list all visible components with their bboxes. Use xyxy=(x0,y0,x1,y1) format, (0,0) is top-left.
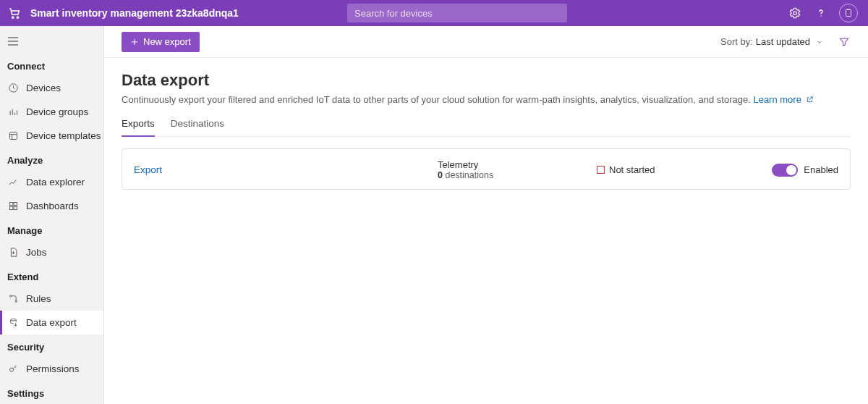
status-text: Not started xyxy=(609,164,655,175)
nav-section-manage: Manage xyxy=(0,218,103,240)
cart-icon xyxy=(6,4,23,22)
page-plus-icon xyxy=(7,247,19,258)
search-wrap xyxy=(347,4,567,22)
app-title: Smart inventory management 23zka8dnqa1 xyxy=(30,7,239,19)
template-icon xyxy=(7,130,19,142)
app-header: Smart inventory management 23zka8dnqa1 xyxy=(0,0,868,26)
nav-section-security: Security xyxy=(0,334,103,357)
svg-rect-9 xyxy=(9,132,17,140)
tab-exports[interactable]: Exports xyxy=(122,118,155,136)
filter-icon[interactable] xyxy=(838,35,851,49)
nav-label: Rules xyxy=(26,293,51,304)
flow-icon xyxy=(7,293,19,305)
svg-rect-12 xyxy=(9,206,12,209)
export-name-link[interactable]: Export xyxy=(134,164,438,175)
nav-label: Device templates xyxy=(26,130,101,141)
page-desc-text: Continuously export your filtered and en… xyxy=(122,94,751,105)
nav-item-data-export[interactable]: Data export xyxy=(0,311,103,334)
dest-number: 0 xyxy=(438,170,443,180)
tab-label: Exports xyxy=(122,118,155,129)
nav-label: Jobs xyxy=(26,247,47,258)
svg-point-3 xyxy=(820,15,821,16)
nav-label: Device groups xyxy=(26,106,88,117)
destinations-count: 0 destinations xyxy=(438,170,597,180)
nav-item-device-groups[interactable]: Device groups xyxy=(0,100,103,124)
page-title: Data export xyxy=(122,71,851,90)
export-toggle-wrap: Enabled xyxy=(737,164,838,177)
nav-item-jobs[interactable]: Jobs xyxy=(0,240,103,264)
header-right xyxy=(787,4,862,22)
key-icon xyxy=(7,363,19,375)
svg-rect-4 xyxy=(846,9,851,16)
chevron-down-icon xyxy=(816,38,823,46)
nav-item-data-explorer[interactable]: Data explorer xyxy=(0,170,103,194)
collapse-row xyxy=(0,29,103,54)
sort-by-button[interactable]: Sort by: Last updated xyxy=(720,36,823,47)
learn-more-label: Learn more xyxy=(753,94,801,105)
telemetry-label: Telemetry xyxy=(438,159,597,170)
nav-section-analyze: Analyze xyxy=(0,148,103,170)
nav-label: Permissions xyxy=(26,363,80,374)
nav-label: Data explorer xyxy=(26,177,85,188)
search-input[interactable] xyxy=(347,4,567,22)
dest-suffix: destinations xyxy=(443,170,493,180)
bars-icon xyxy=(7,106,19,118)
settings-icon[interactable] xyxy=(787,5,803,21)
svg-point-14 xyxy=(9,295,12,298)
nav-item-device-templates[interactable]: Device templates xyxy=(0,124,103,148)
nav-section-extend: Extend xyxy=(0,264,103,287)
content: Data export Continuously export your fil… xyxy=(104,58,868,203)
enabled-toggle[interactable] xyxy=(772,164,798,177)
grid-icon xyxy=(7,201,19,212)
svg-point-1 xyxy=(17,17,18,18)
svg-point-16 xyxy=(9,368,13,371)
plus-icon xyxy=(130,38,139,46)
status-square-icon xyxy=(597,166,605,174)
nav-item-devices[interactable]: Devices xyxy=(0,76,103,100)
nav-item-permissions[interactable]: Permissions xyxy=(0,357,103,381)
clock-icon xyxy=(7,83,19,94)
export-card: Export Telemetry 0 destinations Not star… xyxy=(122,148,851,190)
tab-destinations[interactable]: Destinations xyxy=(171,118,224,136)
account-icon[interactable] xyxy=(839,4,858,22)
nav-section-settings: Settings xyxy=(0,381,103,403)
svg-rect-11 xyxy=(14,203,17,206)
help-icon[interactable] xyxy=(813,5,829,21)
svg-point-15 xyxy=(15,300,17,303)
nav-section-connect: Connect xyxy=(0,54,103,76)
nav-label: Devices xyxy=(26,83,61,93)
hamburger-icon[interactable] xyxy=(7,36,20,46)
line-chart-icon xyxy=(7,177,19,188)
nav-label: Dashboards xyxy=(26,201,79,211)
new-export-label: New export xyxy=(143,36,191,47)
external-link-icon xyxy=(806,96,814,104)
toggle-knob xyxy=(786,165,796,175)
svg-point-2 xyxy=(793,12,797,15)
export-icon xyxy=(7,317,19,329)
sort-value: Last updated xyxy=(756,36,810,47)
tabs: Exports Destinations xyxy=(122,118,851,137)
new-export-button[interactable]: New export xyxy=(122,32,200,52)
learn-more-link[interactable]: Learn more xyxy=(753,94,813,105)
nav-item-dashboards[interactable]: Dashboards xyxy=(0,194,103,218)
sort-label: Sort by: xyxy=(720,36,753,47)
nav-label: Data export xyxy=(26,317,77,328)
main: New export Sort by: Last updated Data ex… xyxy=(104,26,868,404)
nav-item-rules[interactable]: Rules xyxy=(0,287,103,311)
sidebar: Connect Devices Device groups Device tem… xyxy=(0,26,104,404)
toolbar: New export Sort by: Last updated xyxy=(104,26,868,58)
toggle-label: Enabled xyxy=(804,164,838,175)
tab-label: Destinations xyxy=(171,118,224,129)
export-status: Not started xyxy=(597,164,737,175)
svg-rect-10 xyxy=(9,203,12,206)
page-description: Continuously export your filtered and en… xyxy=(122,94,851,105)
svg-point-0 xyxy=(12,17,14,18)
export-telemetry: Telemetry 0 destinations xyxy=(438,159,597,180)
svg-rect-13 xyxy=(14,206,17,209)
